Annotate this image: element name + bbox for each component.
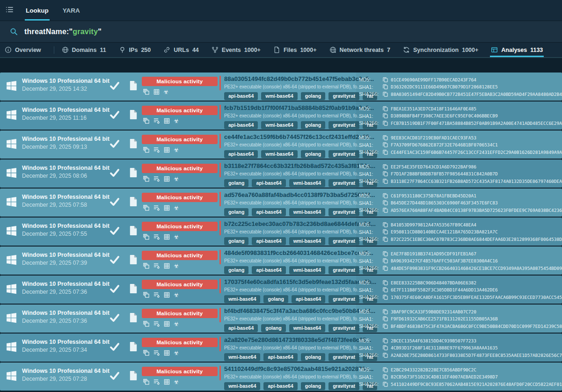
- tag[interactable]: gravityrat: [328, 382, 359, 390]
- analysis-title[interactable]: 88a03051494fc82d49b0cb772b451e47f5ebab3c…: [224, 76, 378, 82]
- copy-icon[interactable]: [382, 149, 391, 155]
- copy-icon[interactable]: [382, 381, 391, 387]
- copy-icon[interactable]: [382, 229, 391, 235]
- tag[interactable]: api-base64: [292, 295, 325, 303]
- tag[interactable]: golang: [301, 150, 325, 158]
- copy-icon[interactable]: [382, 113, 391, 119]
- copy-icon[interactable]: [382, 374, 391, 380]
- result-tab-files[interactable]: Files 1000+: [273, 43, 317, 57]
- tag[interactable]: wmi-base64: [261, 92, 298, 100]
- copy-icon[interactable]: [382, 345, 391, 351]
- tag[interactable]: wmi-base64: [289, 179, 326, 187]
- tag[interactable]: wmi-base64: [224, 295, 261, 303]
- copy-icon[interactable]: [382, 77, 391, 83]
- analysis-row[interactable]: Windows 10 Professional 64 bit December …: [0, 305, 562, 333]
- tag[interactable]: api-base64: [263, 382, 297, 390]
- analysis-row[interactable]: Windows 10 Professional 64 bit December …: [0, 363, 562, 391]
- tag[interactable]: gravityrat: [328, 237, 359, 245]
- copy-icon[interactable]: [382, 84, 391, 90]
- analysis-row[interactable]: Windows 10 Professional 64 bit December …: [0, 189, 562, 217]
- copy-icon[interactable]: [382, 207, 391, 213]
- analysis-row[interactable]: Windows 10 Professional 64 bit December …: [0, 102, 562, 130]
- tag[interactable]: wmi-base64: [261, 150, 298, 158]
- copy-icon[interactable]: [382, 135, 391, 141]
- tag[interactable]: wmi-base64: [289, 324, 326, 332]
- tag[interactable]: gravityrat: [328, 179, 359, 187]
- analysis-title[interactable]: 484de5f0983831f9ccb2664031468426ce1bce7c…: [224, 250, 378, 256]
- tag[interactable]: gravityrat: [328, 295, 359, 303]
- copy-icon[interactable]: [382, 287, 391, 293]
- analysis-title[interactable]: b3118e27f7864cc63b321fb26b8ad572c435a3f8…: [224, 163, 378, 169]
- tab-yara[interactable]: YARA: [56, 0, 87, 21]
- analysis-row[interactable]: Windows 10 Professional 64 bit December …: [0, 131, 562, 159]
- analysis-title[interactable]: fcb7b1519db1f7f00f471ba58884b852f0ab91b9…: [224, 105, 378, 111]
- copy-icon[interactable]: [382, 178, 391, 184]
- copy-icon[interactable]: [382, 142, 391, 148]
- result-tab-synchronization[interactable]: Synchronization 1000+: [403, 43, 478, 57]
- copy-icon[interactable]: [382, 120, 391, 126]
- copy-icon[interactable]: [382, 316, 391, 322]
- copy-icon[interactable]: [382, 222, 391, 228]
- tag[interactable]: wmi-base64: [261, 121, 298, 129]
- analysis-title[interactable]: b72c225c1ebec30ac07b783c236bd8ae6844defa…: [224, 221, 378, 227]
- copy-icon[interactable]: [382, 171, 391, 177]
- tag[interactable]: golang: [301, 353, 325, 361]
- tag[interactable]: golang: [224, 237, 248, 245]
- menu-icon[interactable]: [0, 0, 19, 21]
- copy-icon[interactable]: [382, 367, 391, 373]
- copy-icon[interactable]: [382, 200, 391, 206]
- copy-icon[interactable]: [382, 193, 391, 199]
- analysis-title[interactable]: ad576ea760a88faf4badb4cc0138f97b3ba5d725…: [224, 192, 378, 198]
- tag[interactable]: api-base64: [252, 237, 285, 245]
- tag[interactable]: golang: [224, 208, 248, 216]
- analysis-row[interactable]: Windows 10 Professional 64 bit December …: [0, 276, 562, 304]
- tag[interactable]: api-base64: [263, 353, 297, 361]
- result-tab-analyses[interactable]: Analyses 1133: [491, 43, 543, 57]
- tag[interactable]: golang: [224, 266, 248, 274]
- analysis-title[interactable]: 170375f4e60ca8dfa1615fc3d5eb9feae132d5fa…: [224, 279, 378, 285]
- copy-icon[interactable]: [382, 323, 391, 329]
- analysis-row[interactable]: Windows 10 Professional 64 bit December …: [0, 73, 562, 101]
- tag[interactable]: golang: [224, 179, 248, 187]
- result-tab-network-threats[interactable]: Network threats 7: [329, 43, 390, 57]
- tag[interactable]: gravityrat: [328, 208, 359, 216]
- copy-icon[interactable]: [382, 251, 391, 257]
- result-tab-events[interactable]: Events 1000+: [212, 43, 261, 57]
- analysis-title[interactable]: bf4bdf46838475c3f47a3acba686c0fcc9be50b8…: [224, 308, 378, 314]
- tag[interactable]: wmi-base64: [289, 237, 326, 245]
- result-tab-overview[interactable]: Overview: [5, 43, 41, 57]
- result-tab-urls[interactable]: URLs 44: [163, 43, 199, 57]
- tag[interactable]: gravityrat: [328, 324, 359, 332]
- analysis-row[interactable]: Windows 10 Professional 64 bit December …: [0, 160, 562, 188]
- tag[interactable]: api-base64: [252, 179, 285, 187]
- tag[interactable]: api-base64: [252, 266, 285, 274]
- tag[interactable]: golang: [301, 121, 325, 129]
- copy-icon[interactable]: [382, 106, 391, 112]
- tag[interactable]: api-base64: [224, 92, 258, 100]
- tag[interactable]: golang: [263, 295, 288, 303]
- tag[interactable]: gravityrat: [328, 353, 359, 361]
- result-tab-ips[interactable]: IPs 250: [119, 43, 151, 57]
- copy-icon[interactable]: [382, 294, 391, 300]
- tag[interactable]: wmi-base64: [224, 382, 261, 390]
- tag[interactable]: golang: [261, 324, 285, 332]
- copy-icon[interactable]: [382, 258, 391, 264]
- analysis-title[interactable]: 541102449df9c8c93e857062aab4815e921a2028…: [224, 366, 378, 372]
- tag[interactable]: gravityrat: [328, 92, 359, 100]
- tag[interactable]: golang: [301, 382, 325, 390]
- analysis-row[interactable]: Windows 10 Professional 64 bit December …: [0, 334, 562, 362]
- tag[interactable]: wmi-base64: [224, 353, 261, 361]
- analysis-row[interactable]: Windows 10 Professional 64 bit December …: [0, 247, 562, 275]
- copy-icon[interactable]: [382, 352, 391, 358]
- tag[interactable]: api-base64: [224, 324, 258, 332]
- tag[interactable]: api-base64: [252, 208, 285, 216]
- tag[interactable]: api-base64: [224, 150, 258, 158]
- tag[interactable]: gravityrat: [328, 266, 359, 274]
- copy-icon[interactable]: [382, 280, 391, 286]
- copy-icon[interactable]: [382, 164, 391, 170]
- tag[interactable]: golang: [301, 92, 325, 100]
- analysis-title[interactable]: a2a820e75e280d8614733f80338e5d7f4873fee8…: [224, 337, 378, 343]
- search-input[interactable]: threatName:"gravity": [24, 28, 102, 36]
- tag[interactable]: wmi-base64: [289, 266, 326, 274]
- analysis-row[interactable]: Windows 10 Professional 64 bit December …: [0, 218, 562, 246]
